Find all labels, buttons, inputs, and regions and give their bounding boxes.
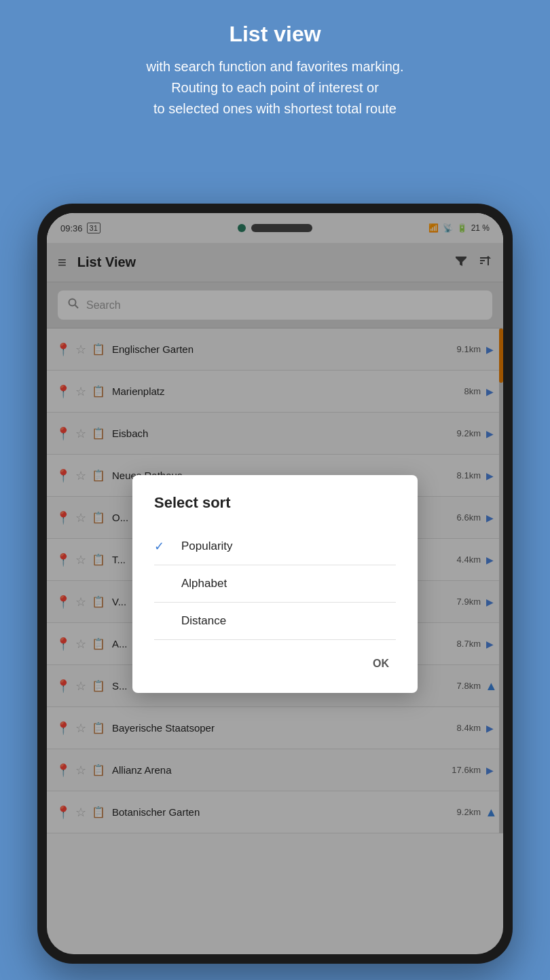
modal-overlay: Select sort ✓ Popularity ✓ Alphabet ✓ Di… <box>47 213 503 954</box>
sort-dialog: Select sort ✓ Popularity ✓ Alphabet ✓ Di… <box>132 475 418 693</box>
sort-option-alphabet[interactable]: ✓ Alphabet <box>154 565 396 603</box>
sort-label-popularity: Popularity <box>181 540 233 553</box>
sort-option-popularity[interactable]: ✓ Popularity <box>154 528 396 565</box>
phone-frame: 09:36 31 📶 📡 🔋 21 % List View <box>37 204 513 964</box>
sort-option-distance[interactable]: ✓ Distance <box>154 603 396 640</box>
page-header: List view with search function and favor… <box>0 0 550 136</box>
sort-label-alphabet: Alphabet <box>181 577 227 590</box>
check-icon: ✓ <box>154 539 170 554</box>
page-subtitle: with search function and favorites marki… <box>27 56 523 119</box>
dialog-footer: OK <box>154 654 396 674</box>
page-title: List view <box>27 22 523 47</box>
dialog-title: Select sort <box>154 494 396 512</box>
ok-button[interactable]: OK <box>366 654 396 674</box>
sort-label-distance: Distance <box>181 614 226 628</box>
phone-screen: 09:36 31 📶 📡 🔋 21 % List View <box>47 213 503 954</box>
